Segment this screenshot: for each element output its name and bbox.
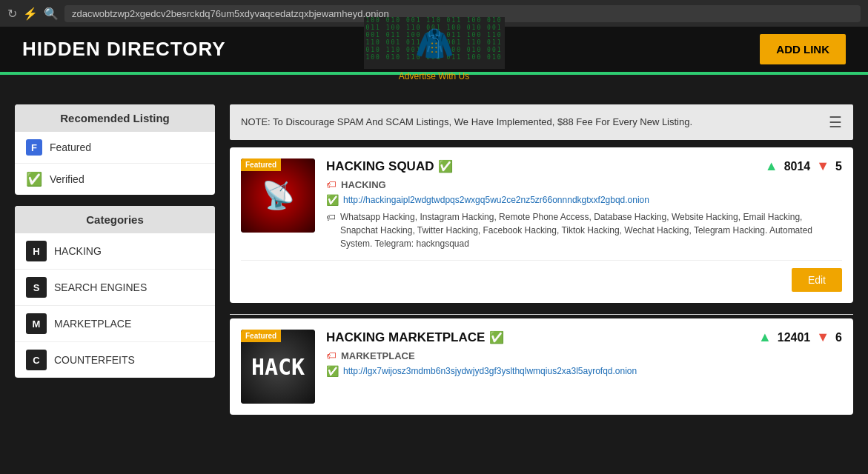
advertise-link[interactable]: Advertise With Us [364, 71, 505, 81]
featured-label: Featured [50, 141, 91, 153]
sidebar-item-marketplace[interactable]: M MARKETPLACE [15, 306, 215, 342]
hacking-badge: H [26, 241, 47, 261]
add-link-button[interactable]: ADD LINK [760, 34, 846, 64]
tor-icon: ⚡ [23, 7, 38, 21]
hacker-figure: 🧥 [415, 25, 454, 61]
tag-icon-1: 🏷 [326, 178, 337, 190]
sidebar-item-featured[interactable]: F Featured [15, 132, 215, 164]
listing-body-2: HACKING MARKETPLACE ✅ ▲ 12401 ▼ 6 🏷 MARK… [326, 330, 842, 404]
vote-down-count-1: 5 [835, 160, 842, 173]
vote-up-arrow-2[interactable]: ▲ [758, 330, 772, 345]
search-icon: 🔍 [44, 7, 59, 21]
sidebar-item-counterfeits[interactable]: C COUNTERFEITS [15, 342, 215, 378]
site-header: HIDDEN DIRECTORY 100 010 001 110 011 100… [0, 27, 868, 72]
verified-label: Verified [50, 173, 85, 185]
url-row-2: ✅ http://lgx7wijosz3mdmb6n3sjydwjyd3gf3y… [326, 365, 842, 377]
url-row-1: ✅ http://hackingaipl2wdgtwdpqs2wxgq5wu2c… [326, 194, 842, 206]
refresh-icon[interactable]: ↻ [7, 7, 17, 21]
tag-label-1: HACKING [341, 179, 386, 190]
header-banner: 100 010 001 110 011 100 010 011 100 110 … [364, 17, 505, 81]
search-engines-label: SEARCH ENGINES [54, 281, 147, 293]
listing-thumb-icon-1: 📡 [262, 180, 295, 211]
marketplace-badge: M [26, 313, 47, 334]
tag-row-1: 🏷 HACKING [326, 178, 842, 190]
categories-title: Categories [15, 206, 215, 233]
listing-body-1: HACKING SQUAD ✅ ▲ 8014 ▼ 5 🏷 HACKING [326, 158, 842, 256]
search-engines-badge: S [26, 277, 47, 298]
featured-badge-icon: F [26, 139, 42, 156]
listing-url-2[interactable]: http://lgx7wijosz3mdmb6n3sjydwjyd3gf3ysl… [343, 366, 637, 376]
sidebar: Recomended Listing F Featured ✅ Verified… [15, 97, 215, 426]
notice-text: NOTE: To Discourage SPAM And SCAM Listin… [241, 115, 692, 130]
listing-url-1[interactable]: http://hackingaipl2wdgtwdpqs2wxgq5wu2ce2… [343, 195, 649, 205]
counterfeits-label: COUNTERFEITS [54, 354, 135, 366]
vote-up-arrow-1[interactable]: ▲ [765, 158, 778, 174]
vote-up-count-1: 8014 [784, 160, 811, 173]
desc-text-1: Whatsapp Hacking, Instagram Hacking, Rem… [340, 210, 842, 250]
tag-label-2: MARKETPLACE [341, 350, 415, 361]
verified-icon-1: ✅ [438, 159, 453, 173]
listing-thumb-icon-2: HACK [251, 354, 305, 380]
listing-featured-badge-2: Featured [241, 330, 281, 342]
content-area: NOTE: To Discourage SPAM And SCAM Listin… [230, 97, 853, 426]
desc-row-1: 🏷 Whatsapp Hacking, Instagram Hacking, R… [326, 210, 842, 250]
listing-featured-badge-1: Featured [241, 158, 281, 171]
listing-card-2: Featured HACK HACKING MARKETPLACE ✅ ▲ 12… [230, 318, 853, 415]
vote-up-count-2: 12401 [778, 331, 811, 344]
hacking-label: HACKING [54, 245, 102, 257]
listing-header-row-2: HACKING MARKETPLACE ✅ ▲ 12401 ▼ 6 [326, 330, 842, 345]
listing-title-1: HACKING SQUAD ✅ [326, 159, 453, 174]
listing-thumb-2: Featured HACK [241, 330, 315, 404]
sidebar-item-verified[interactable]: ✅ Verified [15, 164, 215, 195]
list-icon[interactable]: ☰ [829, 113, 842, 131]
verified-check-icon: ✅ [26, 171, 42, 187]
listing-title-2: HACKING MARKETPLACE ✅ [326, 330, 504, 345]
tag-icon-2: 🏷 [326, 350, 337, 361]
sidebar-item-search-engines[interactable]: S SEARCH ENGINES [15, 270, 215, 306]
vote-section-1: ▲ 8014 ▼ 5 [765, 158, 842, 174]
url-check-icon-2: ✅ [326, 365, 339, 377]
listing-card-1: Featured 📡 HACKING SQUAD ✅ ▲ 8014 [230, 147, 853, 303]
listing-thumb-1: Featured 📡 [241, 158, 315, 233]
vote-down-count-2: 6 [835, 331, 842, 344]
recommended-section: Recomended Listing F Featured ✅ Verified [15, 104, 215, 195]
main-layout: Recomended Listing F Featured ✅ Verified… [0, 97, 868, 426]
recommended-title: Recomended Listing [15, 104, 215, 132]
listing-header-row-1: HACKING SQUAD ✅ ▲ 8014 ▼ 5 [326, 158, 842, 174]
categories-section: Categories H HACKING S SEARCH ENGINES M … [15, 206, 215, 378]
vote-down-arrow-2[interactable]: ▼ [816, 330, 829, 345]
sidebar-item-hacking[interactable]: H HACKING [15, 233, 215, 270]
url-check-icon-1: ✅ [326, 194, 339, 206]
listing-separator [230, 314, 853, 315]
edit-button-1[interactable]: Edit [792, 268, 842, 292]
notice-bar: NOTE: To Discourage SPAM And SCAM Listin… [230, 104, 853, 140]
counterfeits-badge: C [26, 350, 47, 370]
vote-down-arrow-1[interactable]: ▼ [816, 158, 829, 174]
card-footer-1: Edit [241, 260, 842, 292]
tag-row-2: 🏷 MARKETPLACE [326, 350, 842, 361]
desc-icon-1: 🏷 [326, 212, 336, 223]
site-title: HIDDEN DIRECTORY [22, 38, 226, 61]
vote-section-2: ▲ 12401 ▼ 6 [758, 330, 842, 345]
marketplace-label: MARKETPLACE [54, 318, 131, 330]
verified-icon-2: ✅ [489, 330, 504, 344]
